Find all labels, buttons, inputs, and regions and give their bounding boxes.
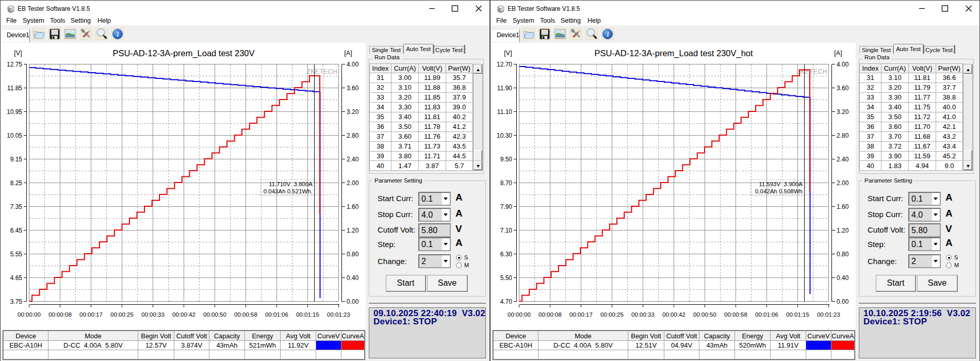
svg-text:4.70: 4.70 <box>500 298 513 305</box>
svg-text:00:01:06: 00:01:06 <box>265 311 288 318</box>
svg-text:00:00:00: 00:00:00 <box>18 311 41 318</box>
svg-text:0.042Ah 0.508Wh: 0.042Ah 0.508Wh <box>755 188 803 194</box>
svg-text:2.80: 2.80 <box>837 132 849 139</box>
svg-text:i: i <box>117 30 119 38</box>
svg-text:0.00: 0.00 <box>837 298 849 305</box>
svg-text:8.25: 8.25 <box>10 179 23 187</box>
svg-text:00:00:00: 00:00:00 <box>508 311 531 318</box>
svg-text:0.40: 0.40 <box>347 274 359 282</box>
svg-text:11.85: 11.85 <box>7 85 22 92</box>
svg-text:[V]: [V] <box>14 50 22 57</box>
svg-text:3.20: 3.20 <box>837 108 849 116</box>
svg-text:PSU-AD-12-3A-prem_Load test 23: PSU-AD-12-3A-prem_Load test 230V_hot <box>594 48 753 58</box>
svg-text:2.00: 2.00 <box>837 179 849 187</box>
svg-text:5.50: 5.50 <box>500 274 513 282</box>
svg-text:00:00:33: 00:00:33 <box>631 311 655 318</box>
svg-text:3.75: 3.75 <box>10 298 23 305</box>
svg-text:i: i <box>607 30 609 38</box>
svg-text:[A]: [A] <box>834 50 842 57</box>
svg-text:10.05: 10.05 <box>7 132 22 139</box>
svg-text:00:00:50: 00:00:50 <box>693 311 716 318</box>
svg-text:0.80: 0.80 <box>347 251 359 258</box>
svg-text:1.60: 1.60 <box>837 203 849 210</box>
svg-text:5.55: 5.55 <box>10 251 23 258</box>
svg-text:0.00: 0.00 <box>347 298 359 305</box>
svg-text:6.45: 6.45 <box>10 227 23 234</box>
svg-text:2.80: 2.80 <box>347 132 359 139</box>
svg-text:4.00: 4.00 <box>837 61 849 68</box>
svg-text:00:00:42: 00:00:42 <box>662 311 685 318</box>
svg-text:0.043Ah 0.521Wh.: 0.043Ah 0.521Wh. <box>264 188 313 194</box>
svg-text:[V]: [V] <box>504 50 512 57</box>
svg-text:00:00:08: 00:00:08 <box>538 311 562 318</box>
svg-text:12.70: 12.70 <box>497 61 512 68</box>
svg-text:1.20: 1.20 <box>347 227 359 234</box>
svg-text:00:01:23: 00:01:23 <box>327 311 350 318</box>
svg-text:7.35: 7.35 <box>10 203 23 210</box>
svg-text:00:01:15: 00:01:15 <box>296 311 319 318</box>
svg-text:00:00:17: 00:00:17 <box>569 311 593 318</box>
svg-text:0.80: 0.80 <box>837 251 849 258</box>
svg-text:00:00:50: 00:00:50 <box>203 311 226 318</box>
svg-text:[A]: [A] <box>344 50 352 57</box>
svg-text:ZKETECH: ZKETECH <box>306 68 337 75</box>
svg-text:12.75: 12.75 <box>7 61 22 68</box>
svg-text:1.20: 1.20 <box>837 227 849 234</box>
svg-text:00:01:15: 00:01:15 <box>786 311 809 318</box>
svg-text:10.95: 10.95 <box>7 108 22 116</box>
svg-text:4.65: 4.65 <box>10 274 23 282</box>
svg-text:3.60: 3.60 <box>837 85 849 92</box>
svg-text:7.90: 7.90 <box>500 203 513 210</box>
svg-text:4.00: 4.00 <box>347 61 359 68</box>
svg-text:3.60: 3.60 <box>347 85 359 92</box>
svg-text:00:00:25: 00:00:25 <box>600 311 624 318</box>
svg-text:00:00:58: 00:00:58 <box>724 311 747 318</box>
svg-text:00:00:08: 00:00:08 <box>48 311 72 318</box>
svg-text:11.593V 3.900A: 11.593V 3.900A <box>759 181 803 187</box>
svg-text:2.40: 2.40 <box>837 156 849 163</box>
svg-text:00:01:06: 00:01:06 <box>755 311 778 318</box>
svg-text:10.30: 10.30 <box>497 132 512 139</box>
svg-text:9.50: 9.50 <box>500 156 513 163</box>
svg-text:00:00:25: 00:00:25 <box>110 311 134 318</box>
svg-text:ZKETECH: ZKETECH <box>796 68 827 75</box>
svg-text:1.60: 1.60 <box>347 203 359 210</box>
svg-text:2.00: 2.00 <box>347 179 359 187</box>
svg-text:11.90: 11.90 <box>497 85 512 92</box>
svg-text:00:00:17: 00:00:17 <box>79 311 103 318</box>
svg-text:00:01:23: 00:01:23 <box>817 311 840 318</box>
svg-text:8.70: 8.70 <box>500 179 513 187</box>
svg-text:00:00:58: 00:00:58 <box>234 311 257 318</box>
svg-text:11.10: 11.10 <box>497 108 512 116</box>
svg-text:6.30: 6.30 <box>500 251 513 258</box>
svg-text:9.15: 9.15 <box>10 156 23 163</box>
svg-text:00:00:42: 00:00:42 <box>172 311 195 318</box>
svg-text:2.40: 2.40 <box>347 156 359 163</box>
svg-text:0.40: 0.40 <box>837 274 849 282</box>
svg-text:7.10: 7.10 <box>500 227 513 234</box>
svg-text:PSU-AD-12-3A-prem_Load test 23: PSU-AD-12-3A-prem_Load test 230V <box>112 48 254 58</box>
svg-text:3.20: 3.20 <box>347 108 359 116</box>
svg-text:00:00:33: 00:00:33 <box>141 311 165 318</box>
svg-text:11.710V 3.800A: 11.710V 3.800A <box>269 181 313 187</box>
